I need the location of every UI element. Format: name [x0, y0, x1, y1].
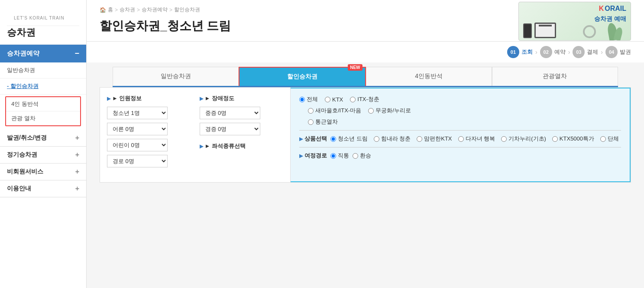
tab-4person[interactable]: 4인동반석	[366, 67, 492, 86]
product-youth-dream[interactable]: 청소년 드림	[330, 135, 368, 143]
breadcrumb-item3[interactable]: 할인승차권	[174, 6, 200, 13]
tab-new-badge: NEW	[348, 64, 362, 71]
main-content: 🏠 홈 > 승차권 > 승차권예약 > 할인승차권 할인승차권_청소년 드림 K…	[87, 0, 644, 288]
seat-section: ► 좌석종류선택	[200, 142, 284, 150]
train-type-row3: 통근열차	[299, 118, 621, 126]
divider1	[299, 130, 621, 131]
sidebar-section-label: 승차권예약	[7, 49, 39, 58]
sidebar-section-nonmember[interactable]: 비회원서비스 +	[0, 164, 86, 180]
senior-select[interactable]: 경로 0명	[107, 155, 168, 167]
sidebar-section-issue[interactable]: 발권/취소/변경 +	[0, 130, 86, 147]
journey-title: 여정경로	[299, 152, 327, 160]
sidebar-section-issue-icon: +	[75, 134, 79, 142]
sidebar-section-periodic-icon: +	[75, 151, 79, 159]
radio-all[interactable]: 전체	[299, 95, 318, 103]
step-1-circle: 01	[507, 46, 519, 58]
step-4-circle: 04	[605, 46, 618, 58]
adult-select[interactable]: 어른 0명	[107, 123, 168, 135]
journey-row: 여정경로 직통 환승	[299, 152, 621, 160]
senior-row: 경로 0명	[107, 155, 191, 167]
youth-select[interactable]: 청소년 1명	[107, 107, 168, 119]
radio-transfer[interactable]: 환승	[353, 152, 371, 160]
sidebar-box-item-4person[interactable]: 4인 동반석	[6, 97, 80, 111]
product-options: 청소년 드림 힘내라 청춘 맘편한KTX	[330, 135, 619, 143]
sidebar-discount-ticket: - 할인승차권	[0, 79, 86, 95]
train-type-row2: 새마을호/ITX-마음 무궁화/누리로	[299, 107, 621, 115]
breadcrumb: 🏠 홈 > 승차권 > 승차권예약 > 할인승차권	[100, 6, 231, 13]
steps-row: 01 조회 › 02 예약 › 03 결제 › 04 발권	[87, 42, 644, 62]
divider2	[299, 147, 621, 147]
tab-discount[interactable]: 할인승차권 NEW	[239, 67, 366, 86]
sidebar-section-periodic[interactable]: 정기승차권 +	[0, 147, 86, 164]
sidebar-section-nonmember-icon: +	[75, 168, 79, 176]
disability-info-title: ► 장애정도	[200, 95, 284, 102]
banner-search-icon	[583, 25, 596, 38]
step-arrow-2: ›	[568, 49, 570, 56]
tab-general[interactable]: 일반승차권	[113, 67, 239, 86]
sidebar-discount-label[interactable]: - 할인승차권	[7, 83, 39, 89]
product-train-nuri[interactable]: 기차누리(기초)	[501, 135, 546, 143]
sidebar-collapse-icon[interactable]: −	[74, 49, 79, 58]
step-1: 01 조회	[507, 46, 533, 58]
step-3: 03 결제	[573, 46, 598, 58]
product-cheering-youth[interactable]: 힘내라 청춘	[374, 135, 411, 143]
product-group[interactable]: 단체	[600, 135, 619, 143]
sidebar-subtitle: LET'S KORAIL TRAIN	[7, 8, 79, 26]
seat-title: ► 좌석종류선택	[200, 142, 284, 150]
person-info-title: ► 인원정보	[107, 95, 191, 102]
adult-row: 어른 0명	[107, 123, 191, 135]
step-3-label: 결제	[587, 48, 598, 56]
banner-phone-icon	[523, 23, 532, 38]
radio-saemaul[interactable]: 새마을호/ITX-마음	[308, 107, 361, 115]
breadcrumb-item1[interactable]: 승차권	[120, 6, 135, 13]
train-type-row: 전체 KTX ITX-청춘	[299, 95, 621, 103]
product-comfy-ktx[interactable]: 맘편한KTX	[417, 135, 452, 143]
mild-row: 경증 0명	[200, 123, 284, 135]
person-col: ► 인원정보 청소년 1명 어른 0명 어린이 0명 경로 0명	[107, 95, 191, 175]
radio-ktx[interactable]: KTX	[325, 96, 343, 103]
severe-row: 중증 0명	[200, 107, 284, 119]
child-select[interactable]: 어린이 0명	[107, 139, 168, 151]
radio-commuter[interactable]: 통근열차	[308, 118, 338, 126]
step-4: 04 발권	[605, 46, 631, 58]
breadcrumb-home-icon: 🏠	[100, 7, 106, 13]
sidebar-box-item-tour[interactable]: 관광 열차	[6, 111, 80, 125]
product-multichild[interactable]: 다자녀 행복	[458, 135, 495, 143]
mild-select[interactable]: 경증 0명	[200, 123, 260, 135]
product-row: 상품선택 청소년 드림 힘내라 청춘	[299, 135, 621, 143]
banner-monitor-icon	[534, 23, 556, 38]
sidebar-section-ticket[interactable]: 승차권예약 −	[0, 45, 86, 62]
sidebar-title: 승차권	[7, 26, 79, 39]
disability-col: ► 장애정도 중증 0명 경증 0명 ► 좌석종류선택	[200, 95, 284, 175]
sidebar-section-guide[interactable]: 이용안내 +	[0, 180, 86, 197]
korail-banner: KORAIL 승차권 예매	[518, 2, 631, 41]
radio-direct[interactable]: 직통	[330, 152, 349, 160]
step-2-circle: 02	[540, 46, 552, 58]
sidebar-box-group: 4인 동반석 관광 열차	[5, 96, 81, 126]
severe-select[interactable]: 중증 0명	[200, 107, 260, 119]
step-3-circle: 03	[573, 46, 585, 58]
step-arrow-3: ›	[601, 49, 603, 56]
product-section: 상품선택 청소년 드림 힘내라 청춘	[299, 135, 621, 143]
tabs-row: 일반승차권 할인승차권 NEW 4인동반석 관광열차	[113, 67, 618, 87]
breadcrumb-item2[interactable]: 승차권예약	[142, 6, 168, 13]
radio-itx-cheongchun[interactable]: ITX-청춘	[350, 95, 379, 103]
youth-row: 청소년 1명	[107, 107, 191, 119]
banner-plant-icon	[605, 10, 631, 40]
step-arrow-1: ›	[535, 49, 537, 56]
tab-tour[interactable]: 관광열차	[492, 67, 618, 86]
sidebar-section-guide-icon: +	[75, 185, 79, 193]
sidebar: LET'S KORAIL TRAIN 승차권 승차권예약 − 일반승차권 - 할…	[0, 0, 87, 288]
main-header: 🏠 홈 > 승차권 > 승차권예약 > 할인승차권 할인승차권_청소년 드림 K…	[87, 0, 644, 42]
product-ktx5000[interactable]: KTX5000특가	[552, 135, 594, 143]
radio-mugunghwa[interactable]: 무궁화/누리로	[368, 107, 411, 115]
page-title: 할인승차권_청소년 드림	[100, 18, 231, 34]
step-2: 02 예약	[540, 46, 566, 58]
sidebar-logo: LET'S KORAIL TRAIN 승차권	[0, 0, 86, 45]
step-4-label: 발권	[620, 48, 631, 56]
right-panel: 전체 KTX ITX-청춘 새마을호/ITX-마음	[291, 88, 631, 182]
sidebar-item-general[interactable]: 일반승차권	[0, 62, 86, 79]
child-row: 어린이 0명	[107, 139, 191, 151]
step-2-label: 예약	[554, 48, 566, 56]
breadcrumb-home[interactable]: 홈	[108, 6, 113, 13]
